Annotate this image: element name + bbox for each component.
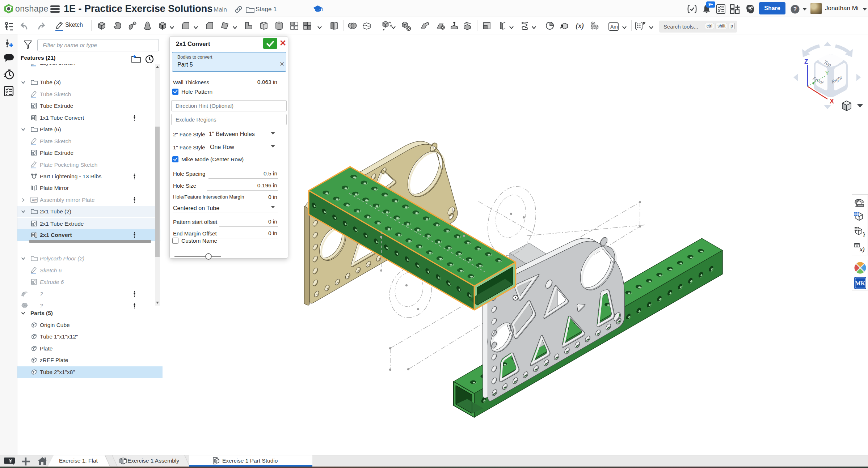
svg-text:(x): (x) [576,22,584,30]
svg-text:MK: MK [855,280,865,286]
svg-text:}: } [863,231,865,237]
svg-text:Z: Z [804,58,808,65]
svg-text:?: ? [793,6,797,12]
svg-text:Am: Am [610,24,618,30]
svg-text:Y: Y [825,70,829,76]
svg-text:X: X [830,98,834,105]
svg-text:x): x) [859,246,865,253]
svg-text:Am: Am [32,198,38,202]
